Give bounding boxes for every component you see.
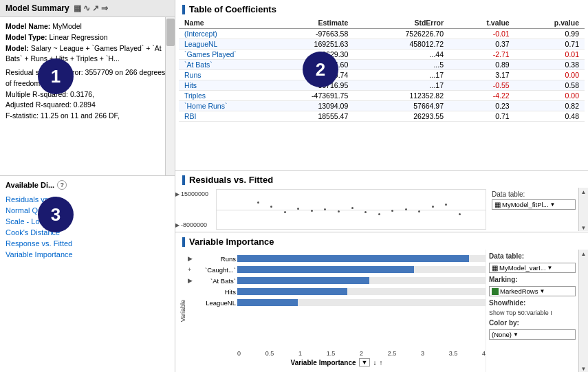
bar-name: `Caught...` xyxy=(196,266,236,274)
cell-tvalue: 0.89 xyxy=(449,60,515,70)
vi-data-table-value: MyModel_varI... xyxy=(499,264,546,272)
data-table-dropdown-r[interactable]: ▦ MyModel_fitPl... ▼ xyxy=(492,199,576,210)
table-row: Triples -473691.75 112352.82 -4.22 0.00 xyxy=(179,91,585,101)
cell-estimate: 18555.47 xyxy=(261,111,353,122)
scroll-up-r[interactable]: ▲ xyxy=(581,189,587,195)
x-axis-label: 2 xyxy=(360,350,363,357)
down-arrow-vi[interactable]: ↓ xyxy=(373,359,376,366)
di-link-scale[interactable]: Scale - Locati... xyxy=(6,216,169,227)
model-summary-header: Model Summary ▦ ∿ ↗ ⇒ xyxy=(0,0,175,17)
table-row: LeagueNL 169251.63 458012.72 0.37 0.71 xyxy=(179,39,585,50)
bar-row: ▶ `At Bats` xyxy=(188,276,486,285)
cell-name: Runs xyxy=(179,70,261,80)
bar-label-area: ▶ Runs xyxy=(188,255,236,263)
x-axis-title-area: Variable Importance ▼ ↓ ↑ xyxy=(188,358,486,369)
cell-estimate: 169251.63 xyxy=(261,39,353,50)
bar-expand-btn[interactable]: ▶ xyxy=(188,255,195,262)
badge-3: 3 xyxy=(38,197,74,232)
cell-name: RBI xyxy=(179,111,261,122)
cell-pvalue: 0.71 xyxy=(515,39,585,50)
up-arrow-vi[interactable]: ↑ xyxy=(379,359,382,366)
table-row: Runs 88410.74 ...17 3.17 0.00 xyxy=(179,70,585,80)
vi-marking-dropdown[interactable]: MarkedRows ▼ xyxy=(489,286,576,296)
chart-line-icon[interactable]: ∿ xyxy=(83,3,90,13)
cell-tvalue: 3.17 xyxy=(449,70,515,80)
bar-container xyxy=(237,299,486,306)
bar-container xyxy=(237,255,486,262)
model-type-line: Model Type: Linear Regression xyxy=(6,32,169,43)
vi-marking-label: Marking: xyxy=(489,276,576,283)
cell-pvalue: 0.01 xyxy=(515,50,585,60)
available-di-section: Available Di... ? Residuals vs. F... Nor… xyxy=(0,176,175,372)
y-axis-title: Variable xyxy=(178,300,188,322)
cell-name: `Home Runs` xyxy=(179,101,261,111)
di-link-variable-importance[interactable]: Variable Importance xyxy=(6,249,169,260)
model-name-value: MyModel xyxy=(52,22,82,30)
vi-chart-inner: Variable ▶ Runs + `Caught...` xyxy=(178,252,486,369)
vi-color-dropdown[interactable]: (None) ▼ xyxy=(489,329,576,340)
cell-estimate: -473691.75 xyxy=(261,91,353,101)
vi-content: Variable ▶ Runs + `Caught...` xyxy=(175,250,588,372)
vi-scrollbar[interactable]: ▲ ▼ xyxy=(578,250,588,372)
di-link-response[interactable]: Response vs. Fitted xyxy=(6,238,169,249)
di-link-residuals[interactable]: Residuals vs. F... xyxy=(6,194,169,205)
table-icon[interactable]: ▦ xyxy=(74,3,81,13)
cell-tvalue: 0.37 xyxy=(449,39,515,50)
export-icon[interactable]: ⇒ xyxy=(101,3,108,13)
title-bar-accent-2 xyxy=(182,175,185,185)
cell-name: LeagueNL xyxy=(179,39,261,50)
di-link-cooks[interactable]: Cook's Distance xyxy=(6,227,169,238)
dropdown-arrow-marking: ▼ xyxy=(539,288,545,294)
cell-name: Triples xyxy=(179,91,261,101)
bar-expand-btn[interactable]: + xyxy=(188,266,195,273)
cell-stderr: ...17 xyxy=(353,80,449,91)
cell-estimate: -97663.58 xyxy=(261,29,353,39)
vi-data-table-dropdown[interactable]: ▦ MyModel_varI... ▼ xyxy=(489,263,576,273)
bar-label-area: ▶ `At Bats` xyxy=(188,277,236,285)
cell-pvalue: 0.99 xyxy=(515,29,585,39)
help-icon[interactable]: ? xyxy=(57,180,67,190)
available-di-header: Available Di... ? xyxy=(6,180,169,190)
bar-name: LeagueNL xyxy=(196,299,236,307)
model-formula-value: Salary ~ League + `Games Played` + `At B… xyxy=(6,44,162,63)
cell-stderr: 57664.97 xyxy=(353,101,449,111)
cell-tvalue: -2.71 xyxy=(449,50,515,60)
table-icon-r: ▦ xyxy=(494,201,501,208)
cell-tvalue: 0.23 xyxy=(449,101,515,111)
f-statistic: F-statistic: 11.25 on 11 and 266 DF, xyxy=(6,111,169,122)
dropdown-arrow-color: ▼ xyxy=(513,331,519,338)
scroll-down-vi[interactable]: ▼ xyxy=(581,366,587,372)
bar-fill xyxy=(237,288,347,295)
residuals-scrollbar[interactable]: ▲ ▼ xyxy=(578,188,588,231)
bar-row: LeagueNL xyxy=(188,298,486,307)
x-axis-label: 2.5 xyxy=(388,350,397,357)
dropdown-arrow-r: ▼ xyxy=(550,201,556,208)
table-row: (Intercept) -97663.58 7526226.70 -0.01 0… xyxy=(179,29,585,39)
cell-stderr: 7526226.70 xyxy=(353,29,449,39)
model-name-label: Model Name: xyxy=(6,22,50,30)
cell-tvalue: -0.01 xyxy=(449,29,515,39)
cell-pvalue: 0.38 xyxy=(515,60,585,70)
scroll-thumb xyxy=(166,19,175,46)
bar-name: `At Bats` xyxy=(196,277,236,285)
table-row: Hits -36716.95 ...17 -0.55 0.58 xyxy=(179,80,585,91)
model-type-value: Linear Regression xyxy=(49,33,107,41)
vi-data-table-label: Data table: xyxy=(489,252,576,260)
bar-label-area: LeagueNL xyxy=(188,299,236,307)
header-icons: ▦ ∿ ↗ ⇒ xyxy=(74,3,108,13)
vi-color-value: (None) xyxy=(492,331,512,338)
bar-expand-btn[interactable]: ▶ xyxy=(188,277,195,284)
scroll-up-vi[interactable]: ▲ xyxy=(581,251,587,257)
vi-chart-area: Variable ▶ Runs + `Caught...` xyxy=(175,250,486,372)
y-top-label: ▶ 15000000 xyxy=(175,190,213,197)
chart-bar-icon[interactable]: ↗ xyxy=(92,3,99,13)
left-scrollbar[interactable] xyxy=(165,17,175,175)
scroll-down-r[interactable]: ▼ xyxy=(581,225,587,231)
x-axis-label: 0 xyxy=(237,350,241,357)
dropdown-vi[interactable]: ▼ xyxy=(359,358,371,366)
di-link-normal-q[interactable]: Normal Qu... xyxy=(6,205,169,216)
bar-row: Hits xyxy=(188,287,486,296)
x-axis-label: 1.5 xyxy=(327,350,336,357)
bar-fill xyxy=(237,255,469,262)
model-name-line: Model Name: MyModel xyxy=(6,21,169,32)
